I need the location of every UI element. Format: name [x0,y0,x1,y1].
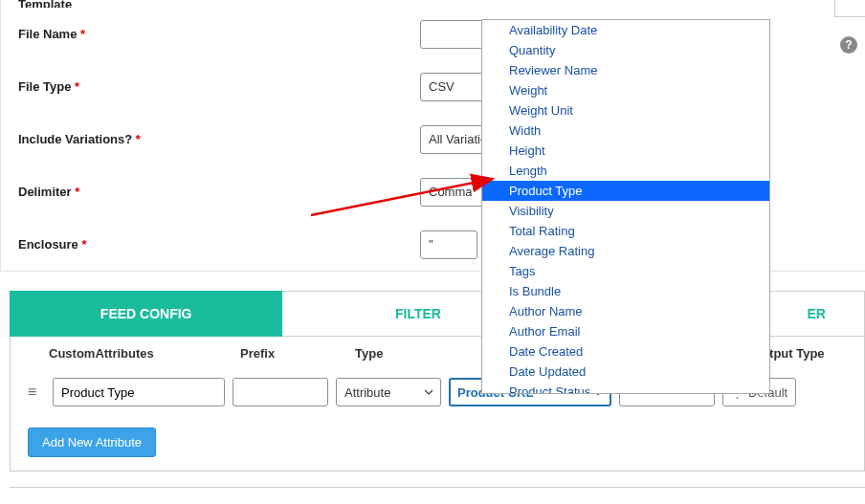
type-select-value: Attribute [344,385,390,400]
header-prefix: Prefix [240,346,355,361]
required-asterisk: * [75,79,79,94]
label-file-name: File Name [18,27,77,41]
required-asterisk: * [81,237,86,252]
dropdown-option[interactable]: Date Created [482,341,769,362]
tab-feed-config-label: FEED CONFIG [100,306,192,321]
attribute-dropdown-list[interactable]: Availability DateQuantityReviewer NameWe… [482,20,769,393]
attribute-dropdown-panel: Availability DateQuantityReviewer NameWe… [481,19,770,394]
dropdown-option[interactable]: Tags [482,261,769,281]
dropdown-option[interactable]: Author Name [482,301,769,321]
enclosure-value: " [429,237,433,252]
dropdown-option[interactable]: Date Updated [482,362,769,382]
dropdown-option[interactable]: Product Status [482,382,769,393]
type-select[interactable]: Attribute [336,378,441,406]
bottom-separator [10,487,865,494]
dropdown-option[interactable]: Reviewer Name [482,60,769,80]
custom-attribute-input[interactable] [53,378,225,406]
dropdown-option[interactable]: Visibility [482,201,769,221]
dropdown-option[interactable]: Width [482,121,769,141]
enclosure-select[interactable]: " [420,230,477,259]
dropdown-option[interactable]: Availability Date [482,20,769,40]
required-asterisk: * [75,185,79,199]
header-custom: CustomAttributes [49,346,240,361]
tab-feed-config[interactable]: FEED CONFIG [10,291,282,337]
dropdown-option[interactable]: Total Rating [482,221,769,241]
label-delimiter: Delimiter [18,185,72,199]
dropdown-option[interactable]: Author Email [482,321,769,341]
tab-other-label: ER [808,306,826,321]
required-asterisk: * [80,27,85,41]
dropdown-option[interactable]: Height [482,141,769,161]
dropdown-option[interactable]: Average Rating [482,241,769,261]
dropdown-option[interactable]: Length [482,161,769,181]
tab-filter-label: FILTER [395,306,441,321]
file-type-value: CSV [429,79,455,94]
delimiter-value: Comma [429,185,473,199]
drag-handle-icon[interactable]: ≡ [28,383,45,401]
dropdown-option[interactable]: Is Bundle [482,281,769,301]
prefix-input[interactable] [233,378,328,406]
dropdown-option[interactable]: Quantity [482,40,769,60]
dropdown-option[interactable]: Product Type [482,181,769,201]
footer: Add New Attribute [10,414,865,471]
dropdown-option[interactable]: Weight Unit [482,100,769,121]
label-enclosure: Enclosure [18,237,78,252]
label-template: Template [18,0,72,8]
add-attribute-label: Add New Attribute [42,435,142,449]
label-include-variations: Include Variations? [18,132,132,146]
add-attribute-button[interactable]: Add New Attribute [28,427,156,457]
label-file-type: File Type [18,79,71,94]
row-template: Template [18,0,848,8]
dropdown-option[interactable]: Weight [482,80,769,100]
required-asterisk: * [136,132,141,146]
chevron-down-icon [423,386,434,398]
header-type: Type [355,346,479,361]
